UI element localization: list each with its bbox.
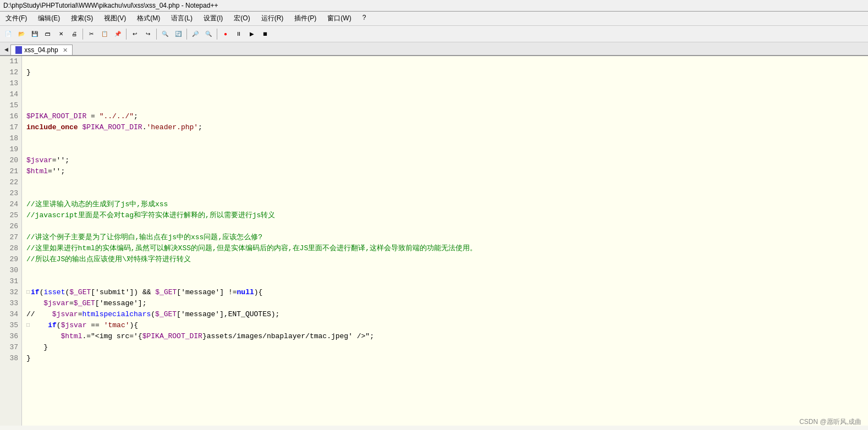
tab-arrow[interactable]: ◄ bbox=[2, 45, 10, 55]
code-line-26 bbox=[26, 221, 864, 232]
code-line-18 bbox=[26, 133, 864, 144]
line-number-32: 32 bbox=[3, 287, 18, 298]
code-line-19 bbox=[26, 144, 864, 155]
code-line-27: //讲这个例子主要是为了让你明白,输出点在js中的xss问题,应该怎么修? bbox=[26, 232, 864, 243]
code-line-35: □ if($jsvar == 'tmac'){ bbox=[26, 320, 864, 331]
sep1 bbox=[83, 29, 83, 40]
step-btn[interactable]: ▶ bbox=[246, 28, 258, 40]
menu-item-编辑(E)[interactable]: 编辑(E) bbox=[35, 13, 63, 24]
menu-item-运行(R)[interactable]: 运行(R) bbox=[258, 13, 287, 24]
save-btn[interactable]: 💾 bbox=[29, 28, 41, 40]
code-line-37: } bbox=[26, 342, 864, 353]
code-line-38: } bbox=[26, 353, 864, 364]
line-number-37: 37 bbox=[3, 342, 18, 353]
line-number-22: 22 bbox=[3, 177, 18, 188]
line-number-28: 28 bbox=[3, 243, 18, 254]
open-btn[interactable]: 📂 bbox=[15, 28, 28, 40]
zoom-out-btn[interactable]: 🔍 bbox=[202, 28, 215, 40]
copy-btn[interactable]: 📋 bbox=[98, 28, 111, 40]
cut-btn[interactable]: ✂ bbox=[85, 28, 97, 40]
watermark: CSDN @愿听风,成曲 bbox=[799, 417, 861, 426]
code-line-31 bbox=[26, 276, 864, 287]
replace-btn[interactable]: 🔄 bbox=[172, 28, 184, 40]
code-line-30 bbox=[26, 265, 864, 276]
menu-item-文件(F)[interactable]: 文件(F) bbox=[2, 13, 30, 24]
zoom-in-btn[interactable]: 🔎 bbox=[189, 28, 201, 40]
code-line-33: $jsvar=$_GET['message']; bbox=[26, 298, 864, 309]
line-number-16: 16 bbox=[3, 111, 18, 122]
paste-btn[interactable]: 📌 bbox=[112, 28, 124, 40]
tab-label: xss_04.php bbox=[24, 46, 58, 54]
tab-close-btn[interactable]: ✕ bbox=[63, 47, 68, 54]
line-number-34: 34 bbox=[3, 309, 18, 320]
code-line-12: } bbox=[26, 67, 864, 78]
menu-item-设置(I)[interactable]: 设置(I) bbox=[200, 13, 226, 24]
code-line-17: include_once $PIKA_ROOT_DIR.'header.php'… bbox=[26, 122, 864, 133]
code-line-14 bbox=[26, 89, 864, 100]
line-number-14: 14 bbox=[3, 89, 18, 100]
sep5 bbox=[217, 29, 217, 40]
code-line-13 bbox=[26, 78, 864, 89]
sep4 bbox=[186, 29, 187, 40]
code-line-29: //所以在JS的输出点应该使用\对特殊字符进行转义 bbox=[26, 254, 864, 265]
line-number-33: 33 bbox=[3, 298, 18, 309]
line-number-19: 19 bbox=[3, 144, 18, 155]
undo-btn[interactable]: ↩ bbox=[129, 28, 141, 40]
menu-item-视图(V)[interactable]: 视图(V) bbox=[101, 13, 129, 24]
code-line-16: $PIKA_ROOT_DIR = "../../"; bbox=[26, 111, 864, 122]
code-area[interactable]: } $PIKA_ROOT_DIR = "../../";include_once… bbox=[22, 56, 868, 426]
sep3 bbox=[156, 29, 157, 40]
code-line-23 bbox=[26, 188, 864, 199]
menu-item-语言(L)[interactable]: 语言(L) bbox=[168, 13, 196, 24]
close-btn[interactable]: ✕ bbox=[55, 28, 67, 40]
toolbar: 📄 📂 💾 🗃 ✕ 🖨 ✂ 📋 📌 ↩ ↪ 🔍 🔄 🔎 🔍 ● ⏸ ▶ ⏹ bbox=[0, 26, 868, 42]
print-btn[interactable]: 🖨 bbox=[68, 28, 80, 40]
code-line-34: // $jsvar=htmlspecialchars($_GET['messag… bbox=[26, 309, 864, 320]
run-btn[interactable]: ● bbox=[219, 28, 232, 40]
line-number-30: 30 bbox=[3, 265, 18, 276]
tab-file-icon bbox=[15, 46, 22, 54]
code-line-36: $html.="<img src='{$PIKA_ROOT_DIR}assets… bbox=[26, 331, 864, 342]
line-number-21: 21 bbox=[3, 166, 18, 177]
code-line-32: □if(isset($_GET['submit']) && $_GET['mes… bbox=[26, 287, 864, 298]
code-line-15 bbox=[26, 100, 864, 111]
line-number-13: 13 bbox=[3, 78, 18, 89]
find-btn[interactable]: 🔍 bbox=[159, 28, 171, 40]
pause-btn[interactable]: ⏸ bbox=[233, 28, 245, 40]
line-number-27: 27 bbox=[3, 232, 18, 243]
menu-item-?[interactable]: ? bbox=[359, 13, 370, 24]
line-number-36: 36 bbox=[3, 331, 18, 342]
code-line-24: //这里讲输入动态的生成到了js中,形成xss bbox=[26, 199, 864, 210]
code-line-11 bbox=[26, 56, 864, 67]
sep2 bbox=[126, 29, 127, 40]
line-number-26: 26 bbox=[3, 221, 18, 232]
stop-btn[interactable]: ⏹ bbox=[259, 28, 271, 40]
tab-bar: ◄ xss_04.php ✕ bbox=[0, 42, 868, 56]
line-number-11: 11 bbox=[3, 56, 18, 67]
line-number-24: 24 bbox=[3, 199, 18, 210]
save-all-btn[interactable]: 🗃 bbox=[42, 28, 54, 40]
line-number-31: 31 bbox=[3, 276, 18, 287]
code-line-22 bbox=[26, 177, 864, 188]
editor: 1112131415161718192021222324252627282930… bbox=[0, 56, 868, 426]
menu-item-搜索(S)[interactable]: 搜索(S) bbox=[68, 13, 96, 24]
line-number-29: 29 bbox=[3, 254, 18, 265]
line-number-15: 15 bbox=[3, 100, 18, 111]
new-btn[interactable]: 📄 bbox=[2, 28, 14, 40]
window-title: D:\phpStudy\PHPTutorial\WWW\pikachu\vul\… bbox=[3, 2, 218, 9]
menu-item-宏(O)[interactable]: 宏(O) bbox=[230, 13, 253, 24]
menu-item-格式(M)[interactable]: 格式(M) bbox=[134, 13, 163, 24]
menu-item-插件(P)[interactable]: 插件(P) bbox=[291, 13, 320, 24]
code-line-25: //javascript里面是不会对tag和字符实体进行解释的,所以需要进行js… bbox=[26, 210, 864, 221]
line-number-38: 38 bbox=[3, 353, 18, 364]
menu-item-窗口(W)[interactable]: 窗口(W) bbox=[324, 13, 354, 24]
line-numbers: 1112131415161718192021222324252627282930… bbox=[0, 56, 22, 426]
redo-btn[interactable]: ↪ bbox=[142, 28, 154, 40]
line-number-25: 25 bbox=[3, 210, 18, 221]
line-number-17: 17 bbox=[3, 122, 18, 133]
tab-xss04[interactable]: xss_04.php ✕ bbox=[10, 45, 72, 55]
menu-bar: 文件(F)编辑(E)搜索(S)视图(V)格式(M)语言(L)设置(I)宏(O)运… bbox=[0, 12, 868, 26]
line-number-20: 20 bbox=[3, 155, 18, 166]
code-line-20: $jsvar=''; bbox=[26, 155, 864, 166]
line-number-23: 23 bbox=[3, 188, 18, 199]
